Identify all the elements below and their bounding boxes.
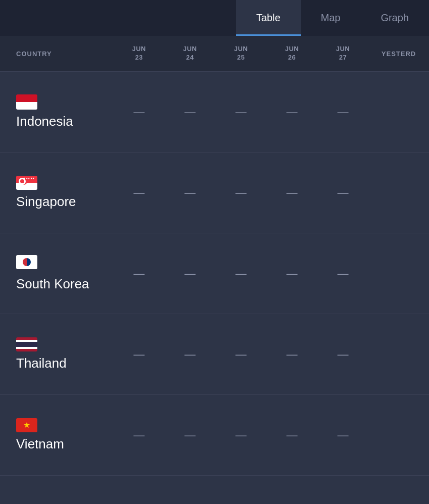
data-cell: — [266,106,317,119]
data-cell: — [114,106,165,119]
table-row[interactable]: ★ Vietnam — — — — — [0,395,429,476]
data-cells-southkorea: — — — — — [114,267,368,280]
date-header-jun23: JUN 23 [114,45,165,62]
flag-singapore: ★★★★★ [16,176,37,190]
table-row[interactable]: ★★★★★ Singapore — — — — — [0,153,429,233]
data-cells-singapore: — — — — — [114,186,368,199]
data-cell: — [165,429,216,442]
date-headers: JUN 23 JUN 24 JUN 25 JUN 26 JUN 27 [114,45,368,62]
country-info-thailand: Thailand [0,337,114,371]
date-header-jun27: JUN 27 [317,45,368,62]
data-cell: — [317,348,368,361]
data-cell: — [114,429,165,442]
country-table: Indonesia — — — — — ★★★★★ Singapore — — … [0,72,429,476]
date-header-jun24: JUN 24 [165,45,216,62]
data-cell: — [216,267,266,280]
data-cell: — [114,186,165,199]
column-headers: COUNTRY JUN 23 JUN 24 JUN 25 JUN 26 JUN … [0,36,429,72]
tab-graph-label: Graph [381,12,409,24]
flag-thailand [16,337,37,351]
date-header-jun25: JUN 25 [216,45,266,62]
tab-graph[interactable]: Graph [360,0,429,36]
country-name-southkorea: South Korea [16,276,89,291]
data-cell: — [216,106,266,119]
data-cells-thailand: — — — — — [114,348,368,361]
data-cell: — [317,186,368,199]
country-header: COUNTRY [0,50,114,58]
flag-southkorea [16,255,37,269]
tab-map-label: Map [321,12,341,24]
tab-table[interactable]: Table [236,0,301,36]
data-cell: — [165,106,216,119]
data-cell: — [266,429,317,442]
data-cell: — [114,267,165,280]
country-name-vietnam: Vietnam [16,436,64,451]
data-cell: — [317,106,368,119]
flag-vietnam: ★ [16,418,37,432]
data-cells-vietnam: — — — — — [114,429,368,442]
data-cell: — [266,267,317,280]
tab-bar: Table Map Graph [0,0,429,36]
table-row[interactable]: Thailand — — — — — [0,314,429,395]
date-header-jun26: JUN 26 [266,45,317,62]
data-cell: — [266,186,317,199]
flag-indonesia [16,94,37,110]
data-cell: — [216,429,266,442]
tab-map[interactable]: Map [301,0,361,36]
data-cell: — [216,348,266,361]
table-row[interactable]: Indonesia — — — — — [0,72,429,153]
yesterday-header: YESTERD [368,50,429,58]
tab-table-label: Table [256,12,281,24]
country-name-indonesia: Indonesia [16,114,73,129]
country-name-singapore: Singapore [16,194,76,209]
country-info-indonesia: Indonesia [0,94,114,129]
data-cell: — [114,348,165,361]
data-cell: — [266,348,317,361]
data-cell: — [216,186,266,199]
data-cell: — [165,267,216,280]
data-cells-indonesia: — — — — — [114,106,368,119]
data-cell: — [317,267,368,280]
data-cell: — [165,186,216,199]
data-cell: — [317,429,368,442]
data-cell: — [165,348,216,361]
country-info-singapore: ★★★★★ Singapore [0,176,114,210]
country-info-vietnam: ★ Vietnam [0,418,114,452]
country-info-southkorea: South Korea [0,255,114,292]
country-name-thailand: Thailand [16,356,67,371]
table-row[interactable]: South Korea — — — — — [0,233,429,314]
